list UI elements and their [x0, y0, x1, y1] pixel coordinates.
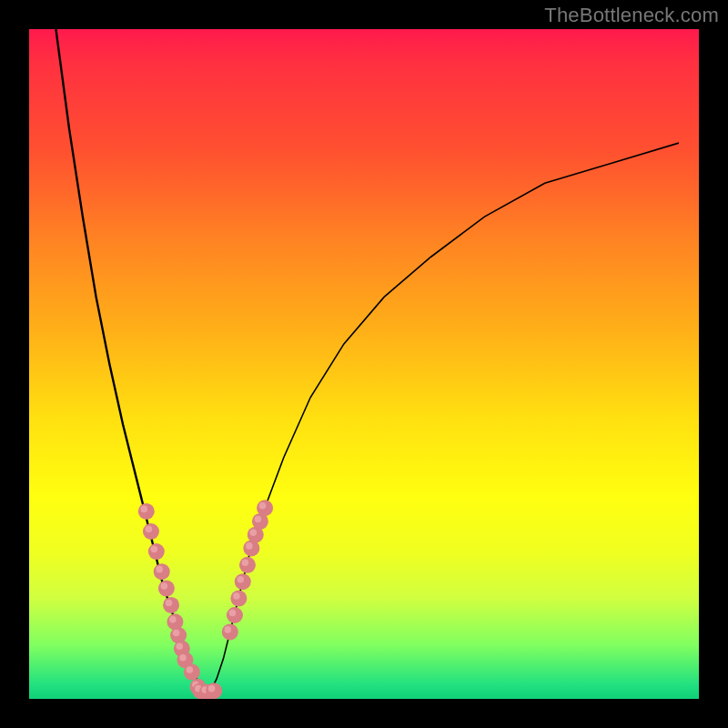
data-point-highlight [156, 566, 163, 573]
data-point-highlight [249, 529, 257, 536]
data-point-highlight [259, 502, 267, 510]
data-point-highlight [161, 582, 168, 590]
curve-layer [29, 29, 699, 699]
plot-area [29, 29, 699, 699]
data-point-highlight [208, 685, 216, 693]
data-point-highlight [177, 643, 184, 651]
data-point-highlight [255, 516, 262, 523]
data-point-highlight [146, 526, 153, 533]
data-point-highlight [187, 666, 194, 673]
data-point-highlight [242, 560, 249, 567]
data-point-highlight [169, 616, 177, 623]
data-point-highlight [166, 600, 173, 607]
data-point-highlight [151, 546, 158, 553]
data-point-highlight [237, 576, 244, 583]
data-point-highlight [233, 592, 240, 600]
data-point-highlight [229, 610, 237, 617]
left-branch-curve [56, 29, 203, 693]
data-point-highlight [173, 630, 180, 637]
data-point-highlight [225, 626, 232, 633]
right-branch-curve [210, 143, 679, 693]
watermark-text: TheBottleneck.com [544, 4, 719, 27]
scatter-points-group [138, 500, 273, 699]
data-point-highlight [141, 506, 148, 513]
data-point-highlight [179, 654, 187, 662]
data-point-highlight [246, 542, 253, 550]
